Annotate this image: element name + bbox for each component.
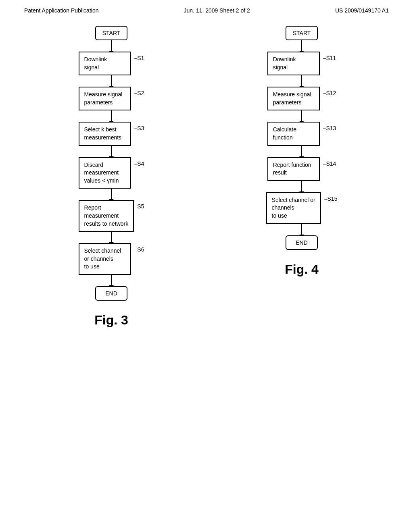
fig3-s1-node: Downlinksignal (79, 52, 131, 75)
fig4-s14-label: –S14 (323, 157, 336, 167)
fig4-end-node: END (286, 235, 318, 250)
figure-4: START Downlinksignal –S11 Measure signal… (215, 26, 389, 328)
fig3-arrow-7 (111, 275, 112, 286)
fig4-s14-row: Report functionresult –S14 (267, 157, 336, 181)
fig3-s2-row: Measure signalparameters –S2 (79, 87, 144, 110)
fig4-s13-node: Calculatefunction (267, 122, 320, 145)
fig3-s3-node: Select k bestmeasurements (79, 122, 131, 145)
fig3-s4-row: Discardmeasurementvalues < γmin –S4 (79, 157, 144, 189)
fig3-s4-node: Discardmeasurementvalues < γmin (79, 157, 131, 189)
fig3-s4-label: –S4 (134, 157, 144, 167)
fig3-s5-row: Reportmeasurementresults to network S5 (79, 200, 144, 232)
fig4-arrow-4 (301, 146, 302, 157)
fig3-start-row: START (95, 26, 128, 40)
fig3-end-node: END (95, 286, 127, 301)
fig3-arrow-2 (111, 75, 112, 87)
fig3-s5-label: S5 (137, 200, 144, 210)
fig3-s1-row: Downlinksignal –S1 (79, 52, 144, 75)
fig4-s15-node: Select channel orchannelsto use (266, 192, 321, 224)
fig3-arrow-4 (111, 146, 112, 157)
fig3-end-row: END (95, 286, 127, 301)
fig3-arrow-1 (111, 40, 112, 52)
fig3-s6-label: –S6 (134, 243, 144, 253)
fig3-start-node: START (95, 26, 128, 40)
fig4-s13-row: Calculatefunction –S13 (267, 122, 336, 145)
fig3-label: Fig. 3 (94, 313, 128, 328)
fig4-s14-node: Report functionresult (267, 157, 320, 181)
fig4-arrow-2 (301, 75, 302, 87)
page-header: Patent Application Publication Jun. 11, … (0, 0, 413, 18)
figures-area: START Downlinksignal –S1 Measure signalp… (0, 18, 413, 336)
figure-3: START Downlinksignal –S1 Measure signalp… (24, 26, 198, 328)
fig4-s15-label: –S15 (324, 192, 338, 202)
fig4-s11-label: –S11 (323, 52, 336, 61)
header-right: US 2009/0149170 A1 (335, 7, 389, 14)
fig3-s6-node: Select channelor channelsto use (79, 243, 131, 275)
fig4-s12-row: Measure signalparameters –S12 (267, 87, 336, 110)
fig3-s2-node: Measure signalparameters (79, 87, 131, 110)
fig3-arrow-5 (111, 189, 112, 200)
header-left: Patent Application Publication (24, 7, 98, 14)
fig4-s12-node: Measure signalparameters (267, 87, 320, 110)
fig4-flowchart: START Downlinksignal –S11 Measure signal… (266, 26, 338, 250)
fig3-arrow-6 (111, 232, 112, 243)
fig4-arrow-3 (301, 110, 302, 122)
fig4-s11-row: Downlinksignal –S11 (267, 52, 336, 75)
fig4-s12-label: –S12 (323, 87, 336, 96)
fig3-s5-node: Reportmeasurementresults to network (79, 200, 134, 232)
fig4-start-node: START (286, 26, 318, 40)
fig3-s6-row: Select channelor channelsto use –S6 (79, 243, 144, 275)
fig4-arrow-1 (301, 40, 302, 52)
fig3-s3-row: Select k bestmeasurements –S3 (79, 122, 144, 145)
fig3-s3-label: –S3 (134, 122, 144, 131)
fig3-arrow-3 (111, 110, 112, 122)
fig4-s13-label: –S13 (323, 122, 336, 131)
fig4-arrow-5 (301, 181, 302, 192)
header-center: Jun. 11, 2009 Sheet 2 of 2 (184, 7, 250, 14)
fig3-s1-label: –S1 (134, 52, 144, 61)
fig3-s2-label: –S2 (134, 87, 144, 96)
fig4-start-row: START (286, 26, 318, 40)
fig4-end-row: END (286, 235, 318, 250)
fig3-flowchart: START Downlinksignal –S1 Measure signalp… (79, 26, 144, 301)
fig4-arrow-6 (301, 224, 302, 235)
fig4-label: Fig. 4 (285, 262, 319, 277)
fig4-s15-row: Select channel orchannelsto use –S15 (266, 192, 338, 224)
fig4-s11-node: Downlinksignal (267, 52, 320, 75)
